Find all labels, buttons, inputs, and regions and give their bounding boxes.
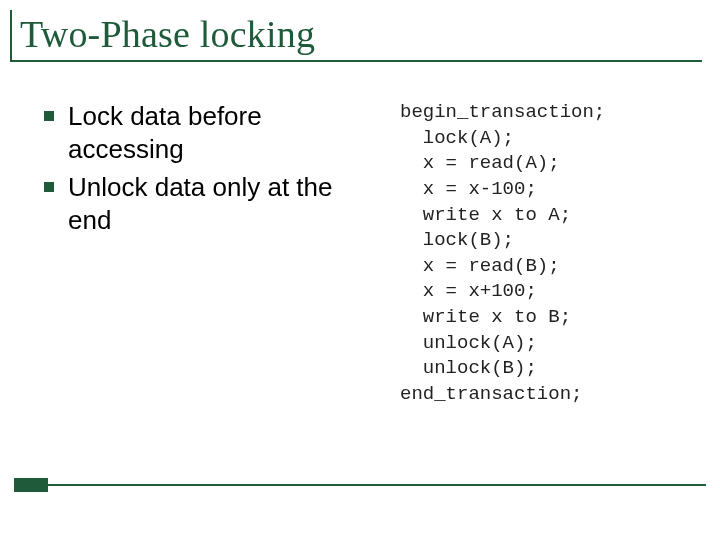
code-line: x = x-100; (400, 178, 537, 200)
code-block: begin_transaction; lock(A); x = read(A);… (400, 100, 700, 408)
bullet-text: Lock data before accessing (68, 101, 262, 164)
code-line: lock(A); (400, 127, 514, 149)
bullet-text: Unlock data only at the end (68, 172, 333, 235)
code-line: begin_transaction; (400, 101, 605, 123)
code-line: end_transaction; (400, 383, 582, 405)
bullet-item: Unlock data only at the end (40, 171, 380, 236)
code-line: x = read(B); (400, 255, 560, 277)
bullet-item: Lock data before accessing (40, 100, 380, 165)
code-line: unlock(A); (400, 332, 537, 354)
bullet-list: Lock data before accessing Unlock data o… (40, 100, 380, 242)
square-bullet-icon (44, 182, 54, 192)
code-line: unlock(B); (400, 357, 537, 379)
slide: Two-Phase locking Lock data before acces… (0, 0, 720, 540)
title-rule-left (10, 10, 12, 62)
slide-title: Two-Phase locking (20, 12, 315, 56)
code-line: write x to A; (400, 204, 571, 226)
footer-rule (48, 484, 706, 486)
code-line: x = read(A); (400, 152, 560, 174)
footer-tab-icon (14, 478, 48, 492)
title-rule-bottom (10, 60, 702, 62)
code-line: x = x+100; (400, 280, 537, 302)
code-line: lock(B); (400, 229, 514, 251)
square-bullet-icon (44, 111, 54, 121)
code-line: write x to B; (400, 306, 571, 328)
